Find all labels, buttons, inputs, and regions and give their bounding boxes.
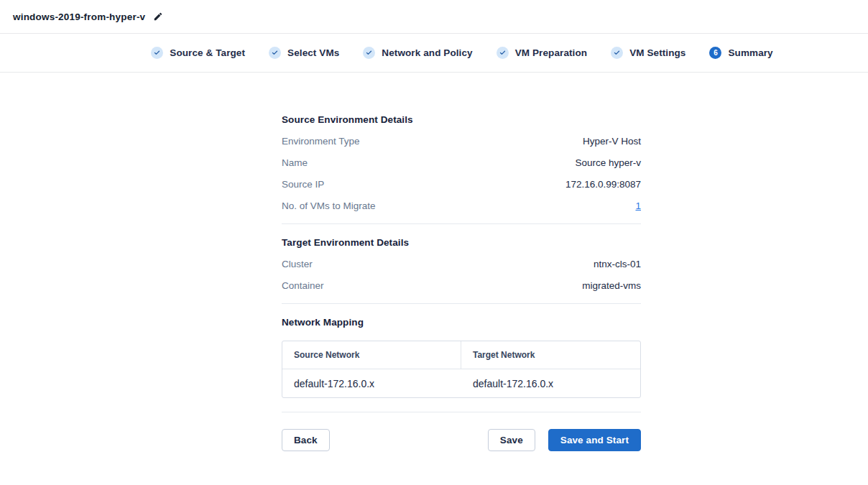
kv-row-name: Name Source hyper-v — [282, 152, 641, 173]
step-label: Summary — [728, 47, 772, 58]
actions-divider — [282, 412, 641, 412]
check-icon — [151, 47, 163, 59]
titlebar: windows-2019-from-hyper-v — [0, 0, 868, 34]
cell-target-network: default-172.16.0.x — [461, 369, 640, 397]
step-label: VM Preparation — [515, 47, 587, 58]
step-network-and-policy[interactable]: Network and Policy — [363, 47, 472, 59]
kv-value: 172.16.0.99:8087 — [565, 179, 641, 190]
step-number-badge: 6 — [709, 47, 721, 59]
kv-row-cluster: Cluster ntnx-cls-01 — [282, 253, 641, 274]
cell-source-network: default-172.16.0.x — [282, 369, 461, 397]
kv-row-source-ip: Source IP 172.16.0.99:8087 — [282, 173, 641, 195]
kv-value: migrated-vms — [582, 280, 641, 291]
check-icon — [611, 47, 623, 59]
network-mapping-table: Source Network Target Network default-17… — [282, 341, 641, 398]
table-header-row: Source Network Target Network — [282, 341, 640, 369]
step-source-and-target[interactable]: Source & Target — [151, 47, 245, 59]
save-button[interactable]: Save — [488, 429, 535, 451]
section-divider — [282, 303, 641, 304]
section-divider — [282, 223, 641, 224]
target-environment-heading: Target Environment Details — [282, 236, 641, 249]
kv-value: Source hyper-v — [575, 157, 641, 168]
actions-bar: Back Save Save and Start — [282, 429, 641, 451]
kv-label: Name — [282, 157, 308, 168]
step-label: Select VMs — [287, 47, 339, 58]
kv-row-environment-type: Environment Type Hyper-V Host — [282, 130, 641, 152]
column-header-source-network: Source Network — [282, 341, 461, 369]
kv-row-vm-count: No. of VMs to Migrate 1 — [282, 195, 641, 216]
kv-label: Source IP — [282, 179, 324, 190]
step-label: Source & Target — [170, 47, 245, 58]
kv-label: Cluster — [282, 259, 313, 269]
kv-label: Environment Type — [282, 136, 360, 147]
wizard-stepper: Source & Target Select VMs Network and P… — [0, 34, 868, 73]
check-icon — [363, 47, 375, 59]
pencil-icon — [153, 11, 163, 22]
step-label: VM Settings — [629, 47, 685, 58]
kv-row-container: Container migrated-vms — [282, 274, 641, 296]
kv-value: Hyper-V Host — [583, 136, 641, 147]
step-vm-preparation[interactable]: VM Preparation — [497, 47, 587, 59]
actions-right-group: Save Save and Start — [488, 429, 641, 451]
step-vm-settings[interactable]: VM Settings — [611, 47, 685, 59]
kv-value: ntnx-cls-01 — [594, 259, 641, 269]
table-row: default-172.16.0.x default-172.16.0.x — [282, 369, 640, 397]
page-title: windows-2019-from-hyper-v — [13, 11, 145, 22]
edit-title-button[interactable] — [153, 11, 163, 22]
step-select-vms[interactable]: Select VMs — [269, 47, 339, 59]
save-and-start-button[interactable]: Save and Start — [548, 429, 641, 451]
kv-label: Container — [282, 280, 324, 291]
source-environment-heading: Source Environment Details — [282, 114, 641, 126]
back-button[interactable]: Back — [282, 429, 330, 451]
check-icon — [269, 47, 281, 59]
step-label: Network and Policy — [382, 47, 472, 58]
summary-content: Source Environment Details Environment T… — [282, 73, 641, 451]
column-header-target-network: Target Network — [461, 341, 640, 369]
kv-label: No. of VMs to Migrate — [282, 200, 376, 211]
network-mapping-heading: Network Mapping — [282, 316, 641, 328]
step-summary-active[interactable]: 6 Summary — [709, 47, 772, 59]
vm-count-link[interactable]: 1 — [635, 200, 641, 211]
check-icon — [497, 47, 509, 59]
